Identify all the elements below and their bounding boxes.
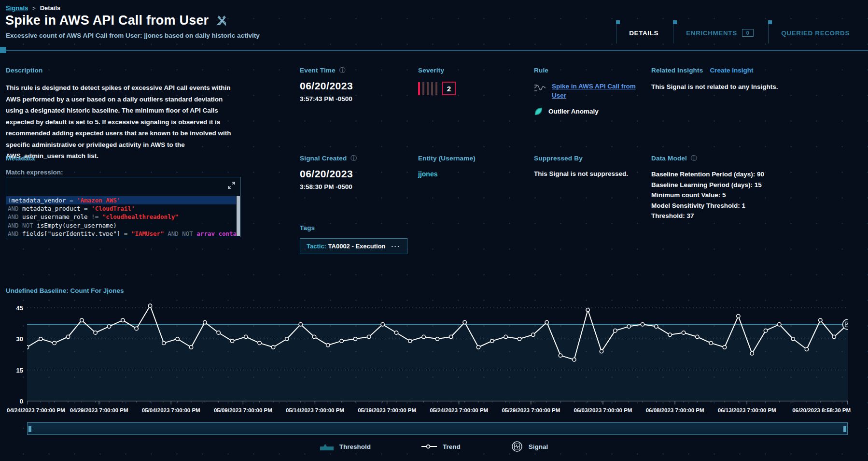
trend-point [764,329,767,332]
edit-icon[interactable] [215,14,228,27]
tag-menu-button[interactable]: ··· [392,245,401,248]
description-section: Description This rule is designed to det… [6,67,242,162]
breadcrumb: Signals > Details [6,4,60,12]
data-model-line: Model Sensitivity Threshold: 1 [651,201,864,211]
code-line: AND metadata_product = 'CloudTrail' [6,204,236,213]
legend-label: Threshold [339,443,371,450]
trend-point [737,314,740,317]
trend-point [614,329,617,332]
tab-enrichments[interactable]: ENRICHMENTS 0 [673,21,768,43]
trend-point [135,327,138,330]
y-tick-label: 0 [20,398,23,405]
threshold-area [27,324,848,401]
range-handle-left[interactable] [28,426,31,432]
outlier-rule-icon [534,83,546,93]
trend-point [244,335,248,338]
entity-label: Entity (Username) [418,155,524,162]
trend-point [504,335,507,338]
breadcrumb-signals-link[interactable]: Signals [6,4,28,12]
chart-y-axis: 4530150 [2,303,23,406]
panel-divider-accent [0,47,6,53]
severity-bar [418,82,420,95]
severity-bar [431,82,433,95]
legend-label: Trend [443,443,461,450]
code-toolbar [227,181,236,189]
x-tick-label: 05/29/2023 7:00:00 PM [502,407,560,413]
match-expression-editor[interactable]: (metadata_vendor = 'Amazon AWS'AND metad… [6,177,241,237]
trend-point [353,337,357,341]
severity-field: Severity 2 [418,67,524,95]
trend-point [832,335,836,338]
info-icon[interactable]: ⓘ [691,155,697,161]
page-title: Spike in AWS API Call from User [5,13,209,28]
trend-point [367,335,371,338]
code-scrollbar[interactable] [237,196,240,236]
baseline-trend-chart[interactable] [27,303,848,406]
suppressed-by-label: Suppressed By [534,155,645,162]
rule-type-label: Outlier Anomaly [548,108,599,115]
trend-point [805,347,808,351]
trend-point [627,325,630,328]
rule-label: Rule [534,67,643,74]
code-scrollbar-thumb[interactable] [237,196,240,236]
trend-point [312,335,316,338]
tag-prefix: Tactic: [307,243,326,250]
trend-point [723,346,726,349]
event-time-time: 3:57:43 PM -0500 [300,95,406,102]
trend-point [340,339,343,343]
panel-divider [0,50,868,51]
code-line: AND NOT isEmpty(user_username) [6,221,236,230]
x-tick-label: 04/29/2023 7:00:00 PM [70,407,128,413]
related-insights-field: Related Insights Create Insight This Sig… [651,67,864,90]
trend-point [791,337,795,341]
rule-field: Rule Spike in AWS API Call from User Out… [534,67,643,116]
info-icon[interactable]: ⓘ [350,155,357,161]
data-model-lines: Baseline Retention Period (days): 90 Bas… [651,169,864,221]
signal-created-time: 3:58:30 PM -0500 [300,183,406,190]
tab-details[interactable]: DETAILS [616,21,673,43]
trend-point [394,331,398,334]
trend-point [271,346,275,349]
trend-point [162,341,166,345]
tag-chip-tactic[interactable]: Tactic: TA0002 - Execution ··· [300,238,407,254]
x-tick-label: 05/09/2023 7:00:00 PM [214,407,272,413]
range-handle-right[interactable] [843,426,846,432]
info-icon[interactable]: ⓘ [339,67,346,73]
entity-link[interactable]: jjones [418,170,437,178]
tags-field: Tags Tactic: TA0002 - Execution ··· [300,224,503,254]
trend-point [559,354,562,357]
match-expression-code: (metadata_vendor = 'Amazon AWS'AND metad… [6,196,236,236]
x-tick-label: 04/24/2023 7:00:00 PM [7,407,65,413]
legend-item-threshold[interactable]: Threshold [320,443,371,450]
rule-link[interactable]: Spike in AWS API Call from User [552,82,643,100]
legend-item-trend[interactable]: Trend [421,443,461,450]
expand-icon[interactable] [227,181,236,189]
trend-point [408,339,412,343]
tag-value: TA0002 - Execution [328,243,386,250]
signal-created-field: Signal Createdⓘ 06/20/2023 3:58:30 PM -0… [300,155,406,190]
trend-point [39,337,42,341]
trend-point [668,333,672,336]
suppressed-by-text: This Signal is not suppressed. [534,170,645,177]
trend-point [121,318,125,322]
enrichments-count-badge: 0 [742,29,754,37]
suppressed-by-field: Suppressed By This Signal is not suppres… [534,155,645,177]
legend-item-signal[interactable]: Signal [511,441,548,452]
breadcrumb-current: Details [40,4,61,12]
code-line: AND fields["userIdentity.type"] = "IAMUs… [6,230,236,236]
description-text: This rule is designed to detect spikes o… [6,82,242,162]
create-insight-link[interactable]: Create Insight [710,67,753,74]
trend-point [490,339,494,343]
data-model-line: Threshold: 37 [651,211,864,221]
match-expression-label: Match expression: [6,169,63,176]
x-tick-label: 05/19/2023 7:00:00 PM [358,407,416,413]
event-time-label: Event Time [300,67,336,74]
severity-bar [427,82,429,95]
chart-range-selector[interactable] [27,422,848,435]
tab-queried-records[interactable]: QUERIED RECORDS [768,21,864,43]
trend-point [819,318,822,322]
breadcrumb-separator: > [32,5,35,11]
chart-title: Undefined Baseline: Count For Jjones [6,287,124,294]
trend-point [217,331,220,334]
data-model-label: Data Model [651,155,687,162]
